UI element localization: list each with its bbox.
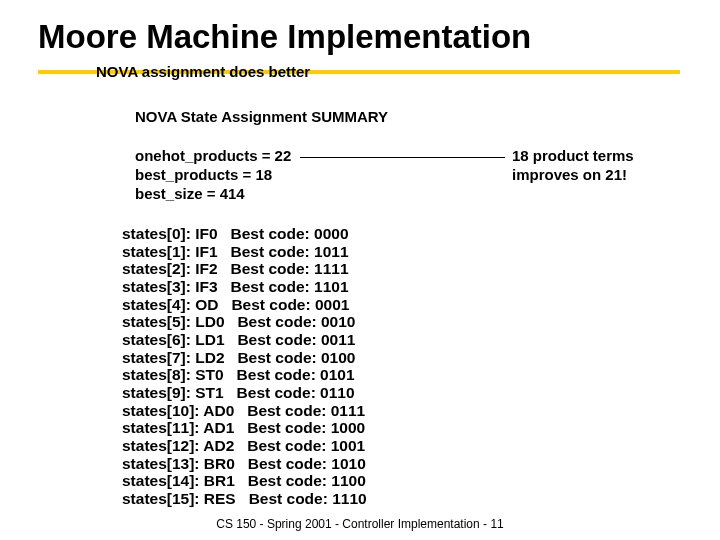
slide-footer: CS 150 - Spring 2001 - Controller Implem… — [0, 517, 720, 531]
note-block: 18 product terms improves on 21! — [512, 147, 634, 185]
slide-title: Moore Machine Implementation — [38, 18, 531, 56]
connector-line — [300, 157, 505, 158]
states-block: states[0]: IF0 Best code: 0000 states[1]… — [122, 225, 367, 508]
subtitle: NOVA assignment does better — [96, 63, 310, 80]
summary-heading: NOVA State Assignment SUMMARY — [135, 108, 388, 125]
best-products: best_products = 18 — [135, 166, 291, 185]
best-size: best_size = 414 — [135, 185, 291, 204]
note-line1: 18 product terms — [512, 147, 634, 166]
onehot-products: onehot_products = 22 — [135, 147, 291, 166]
note-line2: improves on 21! — [512, 166, 634, 185]
products-block: onehot_products = 22 best_products = 18 … — [135, 147, 291, 203]
